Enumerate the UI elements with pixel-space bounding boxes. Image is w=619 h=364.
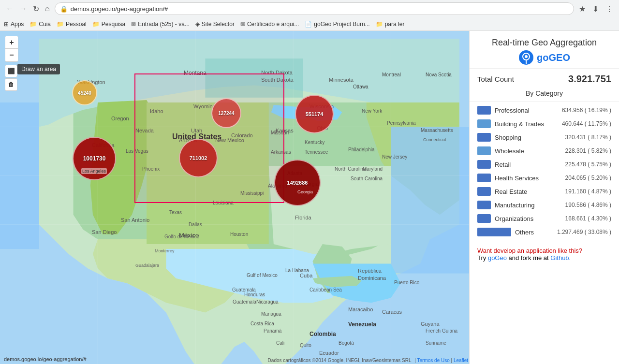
category-bar-1 xyxy=(477,119,491,128)
footer-links: Try goGeo and fork me at Github. xyxy=(477,254,611,262)
category-name-4: Retail xyxy=(495,161,561,168)
category-value-5: 204.065 ( 5.20% ) xyxy=(565,175,611,181)
folder-icon: 📁 xyxy=(29,21,37,28)
category-bar-2 xyxy=(477,133,491,142)
zoom-out-button[interactable]: − xyxy=(5,49,18,61)
category-item-7: Manufacturing190.586 ( 4.86% ) xyxy=(470,198,619,212)
category-item-0: Professional634.956 ( 16.19% ) xyxy=(470,103,619,117)
status-bar: demos.gogeo.io/geo-aggregation/# xyxy=(0,354,469,364)
home-icon[interactable]: ⌂ xyxy=(43,2,52,15)
category-name-7: Manufacturing xyxy=(495,202,561,209)
nav-icons: ← → ↻ ⌂ xyxy=(4,2,52,15)
nav-bar: ← → ↻ ⌂ 🔒 demos.gogeo.io/geo-aggregation… xyxy=(0,0,619,17)
category-value-8: 168.661 ( 4.30% ) xyxy=(565,215,611,222)
logo-text: goGEO xyxy=(537,52,570,63)
svg-rect-2 xyxy=(391,127,469,273)
bookmark-entrada[interactable]: ✉ Entrada (525) - va... xyxy=(131,21,190,28)
svg-rect-1 xyxy=(205,58,303,98)
bookmark-gogeo[interactable]: 📄 goGeo Project Burn... xyxy=(305,21,369,28)
category-bar-7 xyxy=(477,201,491,209)
category-value-7: 190.586 ( 4.86% ) xyxy=(565,202,611,208)
main-content: Washington Montana North Dakota Oregon I… xyxy=(0,31,619,364)
category-value-2: 320.431 ( 8.17% ) xyxy=(565,134,611,141)
zoom-controls: + − xyxy=(5,36,18,62)
bookmark-para-ler[interactable]: 📁 para ler xyxy=(376,21,405,28)
total-count-section: Total Count 3.921.751 xyxy=(470,69,619,87)
diamond-icon: ◈ xyxy=(195,21,200,28)
cluster-1[interactable]: 45240 xyxy=(72,80,97,105)
side-panel: Real-time Geo Aggregation goGEO Total Co… xyxy=(469,31,619,364)
panel-title: Real-time Geo Aggregation xyxy=(474,38,614,48)
cluster-3[interactable]: 551174 xyxy=(295,95,334,133)
gogeo-link[interactable]: goGeo xyxy=(488,254,507,262)
bookmark-cert[interactable]: ✉ Certificado e arqui... xyxy=(240,21,299,28)
status-url: demos.gogeo.io/geo-aggregation/# xyxy=(4,356,87,362)
category-item-4: Retail225.478 ( 5.75% ) xyxy=(470,158,619,171)
map-container[interactable]: Washington Montana North Dakota Oregon I… xyxy=(0,31,469,364)
mail-icon-2: ✉ xyxy=(240,21,245,28)
github-link[interactable]: Github. xyxy=(550,254,571,262)
download-icon[interactable]: ⬇ xyxy=(590,2,601,15)
draw-tools: ⬛ 🗑 xyxy=(5,65,18,91)
category-name-1: Building & Trades xyxy=(495,120,558,128)
category-value-0: 634.956 ( 16.19% ) xyxy=(562,107,611,114)
reload-icon[interactable]: ↻ xyxy=(31,2,41,15)
category-name-8: Organizations xyxy=(495,215,561,222)
url-text: demos.gogeo.io/geo-aggregation/# xyxy=(71,5,168,13)
cluster-4[interactable]: 1001730 xyxy=(73,137,116,180)
panel-logo: goGEO xyxy=(474,50,614,65)
bookmark-apps[interactable]: ⊞ Apps xyxy=(4,21,24,28)
bookmark-cuia[interactable]: 📁 Cuia xyxy=(29,21,51,28)
forward-icon[interactable]: → xyxy=(17,2,29,15)
draw-rectangle-button[interactable]: ⬛ xyxy=(5,65,17,77)
category-name-5: Health Services xyxy=(495,175,561,182)
panel-footer: Want develop an application like this? T… xyxy=(470,241,619,267)
map-background xyxy=(0,31,469,364)
category-item-2: Shopping320.431 ( 8.17% ) xyxy=(470,131,619,144)
folder-icon-4: 📁 xyxy=(376,21,383,28)
mail-icon: ✉ xyxy=(131,21,136,28)
others-bar xyxy=(477,228,511,236)
category-name-0: Professional xyxy=(495,107,558,114)
cluster-2[interactable]: 127244 xyxy=(211,98,241,128)
category-bar-6 xyxy=(477,187,491,196)
cluster-5[interactable]: 711002 xyxy=(179,139,218,177)
zoom-in-button[interactable]: + xyxy=(5,36,18,49)
delete-drawing-button[interactable]: 🗑 xyxy=(5,78,17,91)
category-bar-3 xyxy=(477,146,491,155)
category-bar-4 xyxy=(477,160,491,169)
bookmark-star-icon[interactable]: ★ xyxy=(577,2,588,15)
others-name: Others xyxy=(515,229,553,236)
folder-icon-3: 📁 xyxy=(92,21,100,28)
apps-icon: ⊞ xyxy=(4,21,9,28)
category-bar-0 xyxy=(477,106,491,115)
map-controls: + − ⬛ 🗑 xyxy=(5,36,18,91)
category-value-4: 225.478 ( 5.75% ) xyxy=(565,161,611,168)
category-list: Professional634.956 ( 16.19% )Building &… xyxy=(470,102,619,241)
browser-chrome: ← → ↻ ⌂ 🔒 demos.gogeo.io/geo-aggregation… xyxy=(0,0,619,31)
folder-icon-2: 📁 xyxy=(57,21,64,28)
category-item-8: Organizations168.661 ( 4.30% ) xyxy=(470,212,619,225)
category-bar-8 xyxy=(477,214,491,223)
category-bar-5 xyxy=(477,174,491,182)
by-category-label: By Category xyxy=(470,87,619,102)
category-item-1: Building & Trades460.644 ( 11.75% ) xyxy=(470,117,619,131)
category-item-3: Wholesale228.301 ( 5.82% ) xyxy=(470,144,619,158)
lock-icon: 🔒 xyxy=(60,5,68,13)
category-name-6: Real Estate xyxy=(495,188,561,195)
back-icon[interactable]: ← xyxy=(4,2,15,15)
bookmark-site-selector[interactable]: ◈ Site Selector xyxy=(195,21,235,28)
category-name-3: Wholesale xyxy=(495,147,561,155)
address-bar[interactable]: 🔒 demos.gogeo.io/geo-aggregation/# xyxy=(55,2,574,15)
cluster-6[interactable]: 1492686 xyxy=(274,160,321,206)
svg-point-14 xyxy=(525,55,528,58)
category-item-5: Health Services204.065 ( 5.20% ) xyxy=(470,171,619,185)
footer-main-text: Want develop an application like this? xyxy=(477,247,611,254)
panel-header: Real-time Geo Aggregation goGEO xyxy=(470,31,619,69)
menu-icon[interactable]: ⋮ xyxy=(604,2,615,15)
category-name-2: Shopping xyxy=(495,134,561,141)
category-value-1: 460.644 ( 11.75% ) xyxy=(562,120,611,127)
draw-area-tooltip: Draw an area xyxy=(17,64,60,74)
bookmark-pesquisa[interactable]: 📁 Pesquisa xyxy=(92,21,125,28)
bookmark-pessoal[interactable]: 📁 Pessoal xyxy=(57,21,87,28)
